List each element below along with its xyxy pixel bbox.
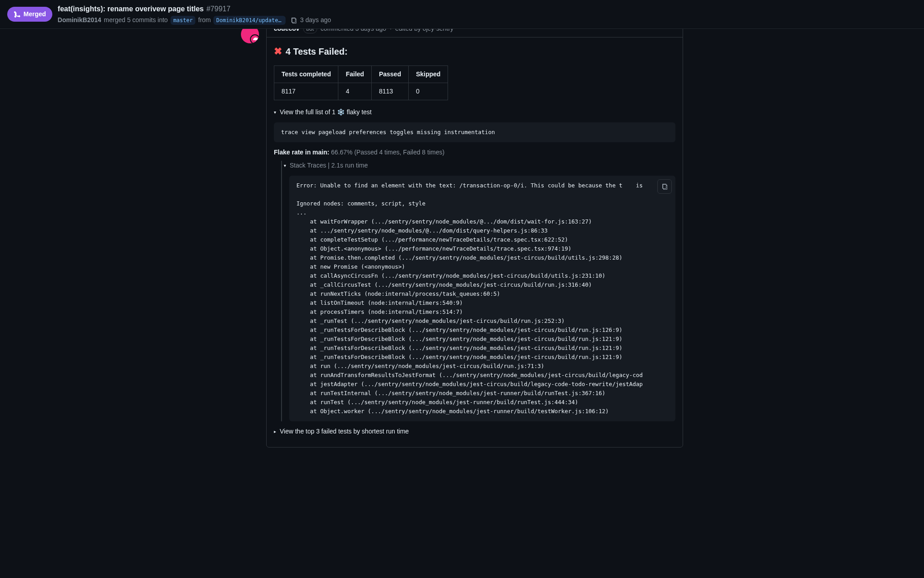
pr-title-line[interactable]: feat(insights): rename overivew page tit… <box>58 4 331 14</box>
x-icon: ✖ <box>274 47 282 56</box>
comment-body: ✖ 4 Tests Failed: Tests completed Failed… <box>267 37 683 447</box>
pr-state-label: Merged <box>23 9 46 19</box>
tests-failed-heading: ✖ 4 Tests Failed: <box>274 45 675 58</box>
copy-branch-icon[interactable] <box>290 17 297 24</box>
cell-completed: 8117 <box>274 83 338 100</box>
pr-state-badge: Merged <box>7 7 52 22</box>
pr-sticky-header: Merged feat(insights): rename overivew p… <box>0 0 924 29</box>
table-header-row: Tests completed Failed Passed Skipped <box>274 66 448 83</box>
table-row: 8117 4 8113 0 <box>274 83 448 100</box>
merged-commits-text: merged 5 commits into <box>104 15 168 25</box>
pr-meta-line: DominikB2014 merged 5 commits into maste… <box>58 15 331 25</box>
umbrella-icon <box>253 37 259 43</box>
flaky-tests-summary[interactable]: View the full list of 1 ❄️ flaky test <box>274 107 675 117</box>
pr-number: #79917 <box>206 4 230 14</box>
flake-rate: Flake rate in main: 66.67% (Passed 4 tim… <box>274 148 675 157</box>
comment-container: codecov bot commented 3 days ago · edite… <box>266 20 683 447</box>
col-skipped: Skipped <box>408 66 448 83</box>
cell-skipped: 0 <box>408 83 448 100</box>
col-failed: Failed <box>338 66 371 83</box>
cell-failed: 4 <box>338 83 371 100</box>
from-text: from <box>198 15 211 25</box>
stack-trace-summary[interactable]: Stack Traces | 2.1s run time <box>282 161 675 170</box>
stack-trace-code: Error: Unable to find an element with th… <box>289 176 675 421</box>
head-branch[interactable]: DominikB2014/update-ove… <box>213 16 286 25</box>
top-failed-details[interactable]: View the top 3 failed tests by shortest … <box>274 427 675 436</box>
git-merge-icon <box>14 11 21 18</box>
merged-time: 3 days ago <box>300 15 331 25</box>
base-branch[interactable]: master <box>171 16 195 25</box>
col-passed: Passed <box>371 66 408 83</box>
flaky-tests-details[interactable]: View the full list of 1 ❄️ flaky test tr… <box>274 107 675 421</box>
col-completed: Tests completed <box>274 66 338 83</box>
snowflake-icon: ❄️ <box>337 107 345 117</box>
cell-passed: 8113 <box>371 83 408 100</box>
copy-stack-button[interactable] <box>657 179 672 194</box>
flaky-test-name: trace view pageload preferences toggles … <box>274 122 675 142</box>
stack-trace-details[interactable]: Stack Traces | 2.1s run time Error: Unab… <box>281 161 675 421</box>
top-failed-summary[interactable]: View the top 3 failed tests by shortest … <box>274 427 675 436</box>
tests-summary-table: Tests completed Failed Passed Skipped 81… <box>274 65 448 100</box>
pr-title: feat(insights): rename overivew page tit… <box>58 4 204 14</box>
pr-author-link[interactable]: DominikB2014 <box>58 15 101 25</box>
